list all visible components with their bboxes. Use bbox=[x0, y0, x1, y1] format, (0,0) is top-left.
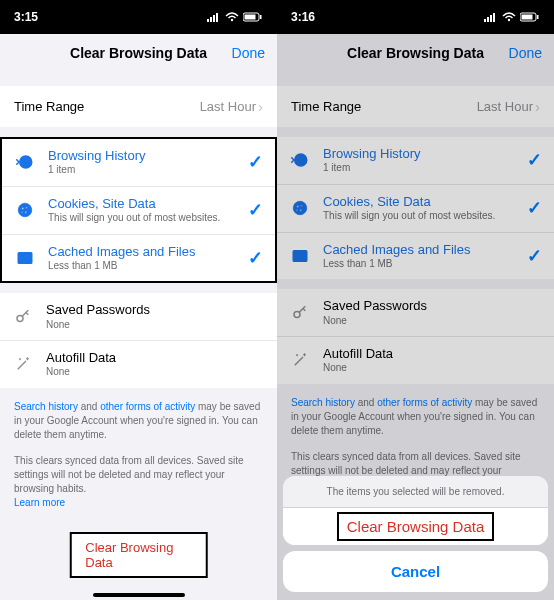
cookie-icon bbox=[14, 201, 36, 219]
row-sub: None bbox=[46, 319, 265, 332]
clear-browsing-data-button[interactable]: Clear Browsing Data bbox=[69, 532, 208, 578]
check-icon: ✓ bbox=[527, 197, 542, 219]
nav-bar: Clear Browsing Data Done bbox=[277, 34, 554, 72]
row-browsing-history[interactable]: Browsing History 1 item ✓ bbox=[2, 139, 275, 187]
wifi-icon bbox=[502, 12, 516, 22]
cookie-icon bbox=[289, 199, 311, 217]
action-sheet-cancel-button[interactable]: Cancel bbox=[283, 551, 548, 592]
svg-point-10 bbox=[22, 208, 24, 210]
action-sheet-clear-button[interactable]: Clear Browsing Data bbox=[283, 508, 548, 545]
history-icon bbox=[289, 151, 311, 169]
time-range-label: Time Range bbox=[291, 99, 361, 114]
wand-icon bbox=[289, 351, 311, 369]
row-passwords[interactable]: Saved Passwords None bbox=[277, 289, 554, 337]
chevron-right-icon: › bbox=[535, 98, 540, 115]
phone-left: 3:15 Clear Browsing Data Done Time Range… bbox=[0, 0, 277, 600]
row-title: Cached Images and Files bbox=[323, 242, 527, 258]
svg-point-30 bbox=[296, 210, 298, 212]
row-browsing-history[interactable]: Browsing History 1 item ✓ bbox=[277, 137, 554, 185]
svg-point-9 bbox=[18, 203, 32, 217]
svg-rect-23 bbox=[522, 15, 533, 20]
check-icon: ✓ bbox=[248, 247, 263, 269]
row-title: Saved Passwords bbox=[46, 302, 265, 318]
row-sub: Less than 1 MB bbox=[323, 258, 527, 271]
nav-bar: Clear Browsing Data Done bbox=[0, 34, 277, 72]
done-button[interactable]: Done bbox=[232, 45, 265, 61]
svg-point-29 bbox=[300, 209, 302, 211]
status-bar: 3:15 bbox=[0, 0, 277, 34]
done-button[interactable]: Done bbox=[509, 45, 542, 61]
svg-point-11 bbox=[26, 207, 28, 209]
svg-rect-20 bbox=[493, 13, 495, 22]
svg-point-16 bbox=[17, 315, 23, 321]
selected-data-list: Browsing History 1 item ✓ Cookies, Site … bbox=[0, 137, 277, 283]
svg-point-21 bbox=[508, 19, 510, 21]
phone-right: 3:16 Clear Browsing Data Done Time Range… bbox=[277, 0, 554, 600]
chevron-right-icon: › bbox=[258, 98, 263, 115]
other-data-list: Saved Passwords None Autofill Data None bbox=[0, 293, 277, 388]
check-icon: ✓ bbox=[527, 149, 542, 171]
row-cookies[interactable]: Cookies, Site Data This will sign you ou… bbox=[277, 185, 554, 233]
nav-title: Clear Browsing Data bbox=[347, 45, 484, 61]
image-icon bbox=[14, 249, 36, 267]
svg-rect-18 bbox=[487, 17, 489, 22]
home-indicator[interactable] bbox=[93, 593, 185, 597]
svg-point-28 bbox=[301, 205, 303, 207]
link-other-activity[interactable]: other forms of activity bbox=[377, 397, 472, 408]
row-autofill[interactable]: Autofill Data None bbox=[277, 337, 554, 384]
svg-point-26 bbox=[293, 201, 307, 215]
selected-data-list: Browsing History 1 item ✓ Cookies, Site … bbox=[277, 137, 554, 279]
svg-rect-7 bbox=[260, 15, 262, 19]
status-time: 3:16 bbox=[291, 10, 315, 24]
time-range-label: Time Range bbox=[14, 99, 84, 114]
time-range-value: Last Hour bbox=[200, 99, 256, 114]
image-icon bbox=[289, 247, 311, 265]
time-range-row[interactable]: Time Range Last Hour › bbox=[277, 86, 554, 127]
key-icon bbox=[289, 304, 311, 322]
svg-point-33 bbox=[294, 311, 300, 317]
row-sub: Less than 1 MB bbox=[48, 260, 248, 273]
battery-icon bbox=[520, 12, 540, 22]
status-bar: 3:16 bbox=[277, 0, 554, 34]
svg-rect-19 bbox=[490, 15, 492, 22]
battery-icon bbox=[243, 12, 263, 22]
row-cached[interactable]: Cached Images and Files Less than 1 MB ✓ bbox=[2, 235, 275, 282]
svg-point-13 bbox=[21, 212, 23, 214]
check-icon: ✓ bbox=[248, 151, 263, 173]
footer-text-2: This clears synced data from all devices… bbox=[0, 442, 277, 510]
learn-more-link[interactable]: Learn more bbox=[14, 497, 65, 508]
link-other-activity[interactable]: other forms of activity bbox=[100, 401, 195, 412]
other-data-list: Saved Passwords None Autofill Data None bbox=[277, 289, 554, 384]
svg-rect-0 bbox=[207, 19, 209, 22]
svg-point-27 bbox=[297, 206, 299, 208]
svg-rect-6 bbox=[245, 15, 256, 20]
action-sheet: The items you selected will be removed. … bbox=[283, 476, 548, 592]
wand-icon bbox=[12, 355, 34, 373]
svg-rect-2 bbox=[213, 15, 215, 22]
row-title: Autofill Data bbox=[46, 350, 265, 366]
status-time: 3:15 bbox=[14, 10, 38, 24]
row-title: Cached Images and Files bbox=[48, 244, 248, 260]
wifi-icon bbox=[225, 12, 239, 22]
signal-icon bbox=[484, 12, 498, 22]
signal-icon bbox=[207, 12, 221, 22]
nav-title: Clear Browsing Data bbox=[70, 45, 207, 61]
row-cached[interactable]: Cached Images and Files Less than 1 MB ✓ bbox=[277, 233, 554, 280]
row-sub: None bbox=[323, 315, 542, 328]
svg-rect-24 bbox=[537, 15, 539, 19]
row-cookies[interactable]: Cookies, Site Data This will sign you ou… bbox=[2, 187, 275, 235]
svg-rect-17 bbox=[484, 19, 486, 22]
link-search-history[interactable]: Search history bbox=[14, 401, 78, 412]
footer-text-1: Search history and other forms of activi… bbox=[0, 388, 277, 442]
row-passwords[interactable]: Saved Passwords None bbox=[0, 293, 277, 341]
row-sub: This will sign you out of most websites. bbox=[48, 212, 248, 225]
check-icon: ✓ bbox=[527, 245, 542, 267]
check-icon: ✓ bbox=[248, 199, 263, 221]
row-autofill[interactable]: Autofill Data None bbox=[0, 341, 277, 388]
time-range-row[interactable]: Time Range Last Hour › bbox=[0, 86, 277, 127]
row-sub: None bbox=[323, 362, 542, 375]
row-title: Autofill Data bbox=[323, 346, 542, 362]
link-search-history[interactable]: Search history bbox=[291, 397, 355, 408]
row-title: Saved Passwords bbox=[323, 298, 542, 314]
row-sub: None bbox=[46, 366, 265, 379]
